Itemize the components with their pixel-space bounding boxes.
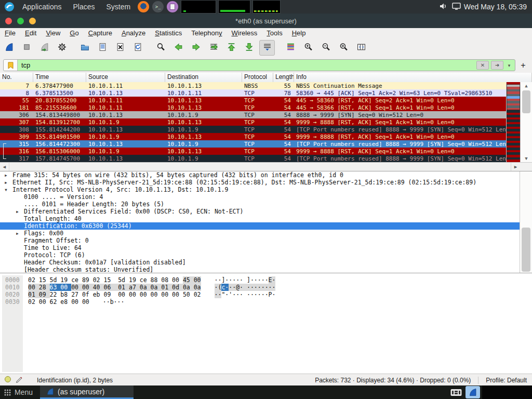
hex-byte[interactable]: 00 <box>71 284 82 291</box>
filter-clear-icon[interactable]: ✕ <box>476 61 489 70</box>
column-header-info[interactable]: Info <box>294 73 532 82</box>
hex-byte[interactable]: 00 <box>71 298 82 305</box>
terminal-launcher-icon[interactable]: >_ <box>152 1 164 12</box>
hex-byte[interactable]: 09 <box>39 291 50 298</box>
packet-list-header[interactable]: No.TimeSourceDestinationProtocolLengthIn… <box>0 73 532 83</box>
detail-line[interactable]: ▸Differentiated Services Field: 0x00 (DS… <box>0 208 532 215</box>
column-header-source[interactable]: Source <box>86 73 165 82</box>
window-titlebar[interactable]: *eth0 (as superuser) <box>0 14 532 28</box>
column-header-protocol[interactable]: Protocol <box>242 73 273 82</box>
hex-byte[interactable]: 22 <box>50 291 61 298</box>
column-header-no[interactable]: No. <box>0 73 33 82</box>
hex-byte[interactable]: 00 <box>172 291 183 298</box>
hex-byte[interactable]: 00 <box>194 276 201 284</box>
resize-columns-button[interactable] <box>354 41 368 55</box>
close-file-button[interactable] <box>113 41 127 55</box>
system-menu[interactable]: System <box>101 3 137 11</box>
menu-edit[interactable]: Edit <box>20 29 41 37</box>
detail-line[interactable]: Total Length: 40 <box>0 215 532 222</box>
scroll-right-icon[interactable]: ▶ <box>511 163 520 171</box>
menu-wireless[interactable]: Wireless <box>227 29 262 37</box>
scroll-left-icon[interactable]: ◀ <box>0 163 9 171</box>
zoom-out-button[interactable] <box>318 41 333 55</box>
hex-byte[interactable]: 08 <box>161 276 172 284</box>
distro-logo-icon[interactable] <box>3 1 16 12</box>
hex-byte[interactable]: 5d <box>118 276 129 284</box>
wireshark-tray-icon[interactable] <box>466 386 480 398</box>
detail-line[interactable]: Header Checksum: 0x01a7 [validation disa… <box>0 259 532 266</box>
hex-byte[interactable]: 0a <box>194 284 201 291</box>
start-capture-button[interactable] <box>2 41 16 55</box>
hex-row[interactable]: 000002 15 5d 19 ce 89 02 15 5d 19 ce 88 … <box>0 276 532 284</box>
details-vertical-scrollbar[interactable] <box>520 171 532 273</box>
filter-text[interactable]: tcp <box>18 61 476 69</box>
hex-byte[interactable]: 06 <box>103 284 114 291</box>
hex-byte[interactable]: 0a <box>183 284 194 291</box>
detail-line[interactable]: Time to Live: 64 <box>0 244 532 251</box>
hex-byte[interactable]: b8 <box>60 291 71 298</box>
scrollbar-handle[interactable] <box>522 90 530 113</box>
hex-byte[interactable]: e8 <box>60 298 71 305</box>
hex-byte[interactable]: 27 <box>71 291 82 298</box>
hex-byte[interactable]: 15 <box>103 276 114 284</box>
hex-byte[interactable]: 15 <box>39 276 50 284</box>
system-monitor-applet-network[interactable] <box>252 0 281 14</box>
hex-ascii[interactable]: ··"·'··· ······P· <box>215 291 276 298</box>
hex-byte[interactable]: 45 <box>183 276 194 284</box>
hex-byte[interactable]: 00 <box>82 298 89 305</box>
hex-byte[interactable]: 01 <box>161 284 172 291</box>
hex-byte[interactable]: 02 <box>93 276 104 284</box>
hex-byte[interactable]: 02 <box>194 291 201 298</box>
hex-row[interactable]: 002001 09 22 b8 27 0f eb 09 00 00 00 00 … <box>0 291 532 298</box>
hex-byte[interactable]: 00 <box>129 291 140 298</box>
hex-byte[interactable]: a7 <box>129 284 140 291</box>
detail-line[interactable]: ▾Internet Protocol Version 4, Src: 10.10… <box>0 186 532 193</box>
hex-byte[interactable]: 88 <box>151 276 162 284</box>
stop-capture-button[interactable] <box>19 41 34 55</box>
menu-statistics[interactable]: Statistics <box>150 29 187 37</box>
expand-arrow-icon[interactable]: ▸ <box>15 230 24 237</box>
packet-row-307[interactable]: 307154.81391270010.10.1.910.10.1.13TCP54… <box>0 118 532 126</box>
hex-byte[interactable]: 5d <box>50 276 61 284</box>
collapse-arrow-icon[interactable]: ▾ <box>3 186 12 193</box>
detail-line[interactable]: Identification: 0x6300 (25344) <box>0 222 532 230</box>
detail-line[interactable]: ▸Ethernet II, Src: MS-NLB-PhysServer-21_… <box>0 179 532 186</box>
display-settings-icon[interactable] <box>452 3 461 11</box>
hex-byte[interactable]: 40 <box>93 284 104 291</box>
go-forward-button[interactable] <box>189 41 203 55</box>
hex-byte[interactable]: ce <box>140 276 151 284</box>
filter-add-button[interactable]: + <box>517 61 529 70</box>
go-back-button[interactable] <box>171 41 185 55</box>
column-header-length[interactable]: Length <box>273 73 294 82</box>
volume-icon[interactable] <box>440 3 448 11</box>
hex-row[interactable]: 001000 28 63 00 00 00 40 06 01 a7 0a 0a … <box>0 284 532 291</box>
hex-byte[interactable]: 00 <box>82 284 93 291</box>
hex-byte[interactable]: 02 <box>28 276 39 284</box>
hex-byte[interactable]: 0a <box>151 284 162 291</box>
taskbar-menu-button[interactable]: Menu <box>0 385 40 399</box>
hex-byte[interactable]: 62 <box>50 298 61 305</box>
detail-line[interactable]: Protocol: TCP (6) <box>0 251 532 259</box>
hex-ascii[interactable]: ·(c···@· ········ <box>215 284 276 291</box>
hex-byte[interactable]: 01 <box>118 284 129 291</box>
filter-bookmark-icon[interactable] <box>4 60 18 71</box>
go-to-packet-button[interactable] <box>206 41 221 55</box>
scrollbar-handle[interactable] <box>522 228 530 272</box>
hex-row[interactable]: 003002 00 62 e8 00 00··b··· <box>0 298 532 305</box>
hex-byte[interactable]: 0f <box>82 291 93 298</box>
detail-line[interactable]: ▸Flags: 0x00 <box>0 230 532 237</box>
hex-ascii[interactable]: ··]····· ]·····E· <box>215 276 276 284</box>
expand-arrow-icon[interactable]: ▸ <box>3 171 12 179</box>
expert-info-icon[interactable] <box>4 376 11 384</box>
menu-help[interactable]: Help <box>287 29 311 37</box>
find-packet-button[interactable] <box>153 41 168 55</box>
hex-byte[interactable]: 01 <box>28 291 39 298</box>
packet-list-horizontal-scrollbar[interactable]: ◀ ▶ <box>0 162 532 171</box>
packet-row-8[interactable]: 86.37851350010.10.1.1310.10.1.11TCP78583… <box>0 89 532 97</box>
files-launcher-icon[interactable] <box>167 1 178 12</box>
system-monitor-applet-memory[interactable] <box>218 0 250 14</box>
capture-options-button[interactable] <box>55 41 69 55</box>
hex-byte[interactable]: 19 <box>60 276 71 284</box>
detail-line[interactable]: 0100 .... = Version: 4 <box>0 193 532 201</box>
detail-line[interactable]: ▸Frame 315: 54 bytes on wire (432 bits),… <box>0 171 532 179</box>
